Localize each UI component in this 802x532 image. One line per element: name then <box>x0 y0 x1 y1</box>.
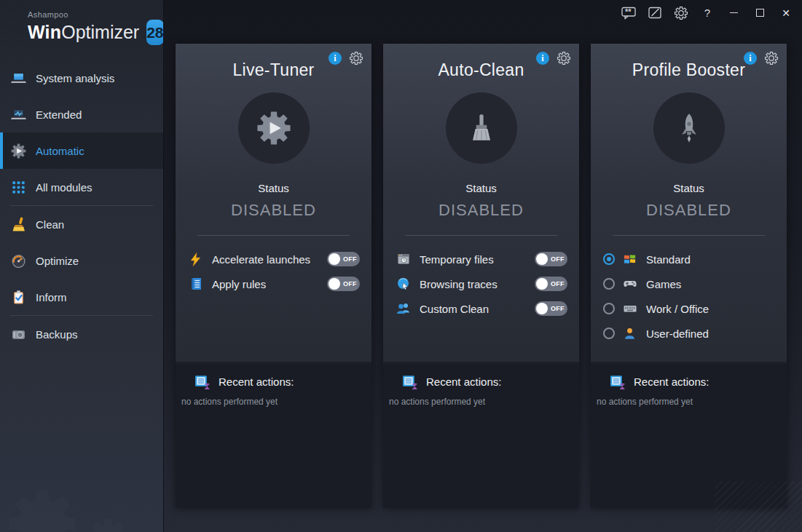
keyboard-icon <box>622 301 637 317</box>
extended-icon <box>10 106 26 122</box>
auto-clean-card: i Auto-Clean Status DISABLED <box>383 44 579 508</box>
profile-radio-games[interactable] <box>603 278 615 290</box>
sidebar-item-label: Inform <box>36 291 67 303</box>
version-badge: 28 <box>146 20 163 45</box>
auto-clean-card-main: i Auto-Clean Status DISABLED <box>383 44 579 362</box>
profile-booster-module-button[interactable] <box>653 92 725 164</box>
windows-icon <box>622 252 637 267</box>
card-settings-gear-icon[interactable] <box>557 52 570 65</box>
recent-actions-label: Recent actions: <box>634 376 709 388</box>
inform-icon <box>10 289 26 305</box>
rocket-icon <box>672 111 706 145</box>
profile-radio-user-defined[interactable] <box>603 327 615 339</box>
live-tuner-card-main: i Live-Tuner Status DISABLED <box>176 44 371 362</box>
recent-actions-empty: no actions performed yet <box>597 397 779 407</box>
sidebar-item-clean[interactable]: Clean <box>0 206 163 242</box>
app-window: Ashampoo WinOptimizer 28 System analysis… <box>0 0 802 532</box>
recent-actions-icon <box>609 373 626 390</box>
settings-gear-icon[interactable] <box>668 0 694 25</box>
recent-actions-empty: no actions performed yet <box>389 397 572 407</box>
gamepad-icon <box>622 277 637 292</box>
minimize-button[interactable] <box>720 0 747 25</box>
browsing-traces-icon <box>396 277 411 292</box>
toggle-row: Apply rules OFF <box>188 271 360 296</box>
sidebar-item-extended[interactable]: Extended <box>0 96 163 132</box>
status-value: DISABLED <box>383 201 579 220</box>
sidebar-item-label: Optimize <box>36 255 79 267</box>
optimize-icon <box>10 253 26 269</box>
sidebar-item-label: System analysis <box>36 72 114 84</box>
sidebar: Ashampoo WinOptimizer 28 System analysis… <box>0 0 164 532</box>
live-tuner-module-button[interactable] <box>238 92 310 164</box>
card-settings-gear-icon[interactable] <box>765 52 778 65</box>
sidebar-nav: System analysis Extended Automatic All m… <box>0 60 163 352</box>
sidebar-item-automatic[interactable]: Automatic <box>0 132 163 169</box>
sidebar-item-label: Automatic <box>36 145 84 157</box>
info-icon[interactable]: i <box>536 52 549 65</box>
sidebar-item-label: Clean <box>36 218 64 231</box>
profile-label: User-defined <box>646 327 775 340</box>
profile-row: User-defined <box>603 321 775 346</box>
lightning-icon <box>188 252 203 267</box>
sidebar-item-label: All modules <box>36 181 93 194</box>
status-label: Status <box>383 182 579 194</box>
sidebar-item-inform[interactable]: Inform <box>0 279 163 315</box>
profile-radio-work-office[interactable] <box>603 303 615 314</box>
info-icon[interactable]: i <box>744 52 757 65</box>
toggle-row: Custom Clean OFF <box>396 296 567 321</box>
info-icon[interactable]: i <box>329 52 342 65</box>
toggle-label: Browsing traces <box>420 278 535 290</box>
recent-actions-panel: Recent actions: no actions performed yet <box>383 364 579 508</box>
maximize-button[interactable] <box>747 0 773 25</box>
notes-icon[interactable] <box>642 0 668 25</box>
temporary-files-toggle[interactable]: OFF <box>535 252 567 266</box>
profile-row: Work / Office <box>603 296 775 321</box>
toggle-row: Browsing traces OFF <box>396 271 567 296</box>
all-modules-icon <box>10 179 26 195</box>
sidebar-item-backups[interactable]: Backups <box>0 316 163 352</box>
toggle-label: Apply rules <box>212 278 327 290</box>
toggle-row: Accelerate launches OFF <box>188 247 360 271</box>
accelerate-launches-toggle[interactable]: OFF <box>327 252 360 266</box>
status-value: DISABLED <box>591 201 787 220</box>
recent-actions-panel: Recent actions: no actions performed yet <box>176 364 371 508</box>
automatic-icon <box>10 143 26 159</box>
toggle-label: Accelerate launches <box>212 253 327 266</box>
custom-clean-toggle[interactable]: OFF <box>535 301 567 316</box>
sidebar-item-label: Backups <box>36 328 78 341</box>
toggle-label: Custom Clean <box>420 303 535 315</box>
apply-rules-toggle[interactable]: OFF <box>327 277 360 291</box>
brand-name-light: Optimizer <box>61 22 139 43</box>
custom-clean-icon <box>396 301 411 317</box>
status-label: Status <box>176 182 371 194</box>
main-area: ** ? ✕ i <box>164 0 802 532</box>
card-settings-gear-icon[interactable] <box>350 52 363 65</box>
brand-name-bold: Win <box>28 22 61 43</box>
profile-radio-standard[interactable] <box>603 253 615 265</box>
recent-actions-icon <box>194 373 211 390</box>
profile-row: Games <box>603 271 775 296</box>
app-logo: Ashampoo WinOptimizer 28 <box>0 0 163 49</box>
sidebar-item-all-modules[interactable]: All modules <box>0 169 163 205</box>
profile-booster-card-main: i Profile Booster Status DISABLED <box>591 44 787 362</box>
feedback-icon[interactable]: ** <box>616 0 642 25</box>
help-icon[interactable]: ? <box>694 0 720 25</box>
auto-clean-module-button[interactable] <box>446 92 517 164</box>
browsing-traces-toggle[interactable]: OFF <box>535 277 567 291</box>
profile-label: Games <box>646 278 775 290</box>
sidebar-item-optimize[interactable]: Optimize <box>0 242 163 279</box>
toggle-row: Temporary files OFF <box>396 247 567 271</box>
recent-actions-icon <box>401 373 418 390</box>
backups-icon <box>10 326 26 342</box>
close-button[interactable]: ✕ <box>773 0 799 25</box>
profile-label: Standard <box>646 253 775 266</box>
svg-text:**: ** <box>625 7 632 15</box>
sidebar-item-label: Extended <box>36 108 82 121</box>
toggle-label: Temporary files <box>420 253 535 266</box>
gear-play-icon <box>256 111 291 146</box>
system-analysis-icon <box>10 70 26 86</box>
status-label: Status <box>591 182 787 194</box>
status-value: DISABLED <box>176 201 371 220</box>
sidebar-item-system-analysis[interactable]: System analysis <box>0 60 163 96</box>
sidebar-gear-decoration <box>0 423 164 532</box>
